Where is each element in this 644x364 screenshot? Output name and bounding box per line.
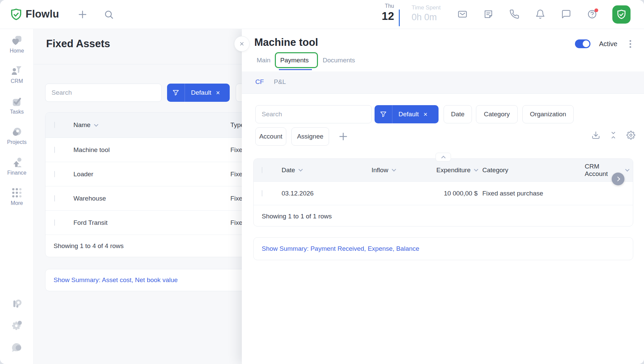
download-icon[interactable] [591,131,600,140]
phone-icon[interactable] [509,9,519,19]
payments-tab-highlight-annotation [275,52,318,68]
help-icon[interactable] [587,9,597,19]
table-row[interactable]: Machine tool Fixed [45,138,249,162]
filter-category-button[interactable]: Category [476,105,518,123]
row-checkbox[interactable] [262,190,262,196]
topbar-icon-group [457,9,597,19]
assets-table: Name Type Machine tool Fixed Loader Fixe… [45,112,249,257]
sidebar-item-crm[interactable]: CRM [0,65,34,84]
filter-date-button[interactable]: Date [444,105,472,123]
bell-icon[interactable] [535,9,545,19]
page-title: Fixed Assets [46,38,110,50]
filter-assignee-button[interactable]: Assignee [291,127,329,146]
table-row[interactable]: Ford Transit Fixed [45,211,249,235]
assets-filter-default-button[interactable]: Default × [167,84,230,102]
row-checkbox-cell [254,190,274,196]
subtab-band: CF P&L [242,71,644,94]
chevron-down-icon [625,167,629,171]
show-summary-link[interactable]: Show Summary: Asset cost, Net book value [54,276,178,284]
table-row[interactable]: Warehouse Fixed [45,186,249,211]
asset-name[interactable]: Ford Transit [66,219,230,226]
sidebar-item-label: Projects [7,139,27,145]
mail-icon[interactable] [457,9,468,19]
add-filter-plus-icon[interactable] [338,131,348,142]
row-checkbox[interactable] [54,171,55,177]
weekday-label: Thu [367,3,394,9]
column-header-name[interactable]: Name [66,121,230,129]
column-header-date[interactable]: Date [274,166,365,174]
app-window: Flowlu Thu 12 Time Spent 0h 0m [0,0,644,364]
row-checkbox[interactable] [54,219,55,226]
crm-icon [11,65,23,77]
filter-organization-button[interactable]: Organization [522,105,574,123]
collapse-icon[interactable] [609,131,618,140]
calendar-date[interactable]: Thu 12 [367,3,394,23]
table-pagination-status: Showing 1 to 1 of 1 rows [254,205,633,226]
subtab-pl[interactable]: P&L [274,78,286,86]
payment-category: Fixed asset purchase [478,190,582,197]
finance-icon [11,156,23,169]
top-bar: Flowlu Thu 12 Time Spent 0h 0m [0,0,644,29]
sidebar-item-finance[interactable]: Finance [0,156,34,176]
payment-date[interactable]: 03.12.2026 [274,190,365,197]
table-collapse-tab[interactable] [436,153,451,161]
table-pagination-status: Showing 1 to 4 of 4 rows [45,235,249,257]
row-checkbox-cell [45,195,66,202]
filter-label: Default [185,89,216,96]
status-label: Active [599,40,617,48]
column-header-crm-account[interactable]: CRM Account [582,163,633,178]
time-tracker[interactable]: Time Spent 0h 0m [412,4,441,23]
show-summary-link[interactable]: Show Summary: Payment Received, Expense,… [262,245,419,252]
sidebar: Home CRM Tasks Projects Finance [0,29,34,364]
sidebar-item-more[interactable]: More [0,187,34,206]
toggle-knob [583,40,589,47]
tab-documents[interactable]: Documents [323,57,355,64]
chevron-down-icon [298,167,303,172]
select-all-checkbox[interactable] [262,167,262,173]
column-header-inflow[interactable]: Inflow [365,166,425,174]
flowlu-logo-icon[interactable] [9,8,23,21]
scroll-right-button[interactable] [612,173,624,185]
app-shield-icon[interactable] [612,5,631,24]
column-header-expenditure[interactable]: Expenditure [425,166,478,174]
select-all-checkbox[interactable] [54,122,55,128]
asset-name[interactable]: Loader [66,171,230,178]
row-checkbox-cell [45,220,66,226]
close-panel-button[interactable] [234,36,250,52]
settings-icon[interactable] [0,319,34,333]
subtab-cf[interactable]: CF [255,78,264,86]
asset-name[interactable]: Warehouse [66,195,230,202]
sidebar-item-tasks[interactable]: Tasks [0,95,34,115]
chevron-up-icon [441,156,446,160]
payments-table: Date Inflow Expenditure Category [253,158,633,226]
apps-icon[interactable] [0,297,34,311]
column-header-category[interactable]: Category [478,166,582,174]
row-checkbox[interactable] [54,195,55,202]
table-row[interactable]: 03.12.2026 10 000,00 $ Fixed asset purch… [254,182,633,205]
payments-filter-default-button[interactable]: Default × [375,105,439,123]
gear-icon[interactable] [626,131,635,140]
messenger-icon[interactable] [0,341,34,355]
table-row[interactable]: Loader Fixed [45,162,249,186]
global-search-icon[interactable] [104,9,114,20]
row-checkbox[interactable] [54,147,55,153]
clear-filter-icon[interactable]: × [423,111,433,118]
asset-name[interactable]: Machine tool [66,146,230,154]
active-toggle[interactable] [575,39,590,48]
sidebar-item-home[interactable]: Home [0,34,34,54]
clear-filter-icon[interactable]: × [216,89,226,96]
notification-dot [594,8,598,12]
detail-header-actions: Active [575,36,635,52]
tab-main[interactable]: Main [257,57,270,64]
create-plus-icon[interactable] [77,9,88,20]
payments-search-input[interactable] [255,105,372,123]
notes-icon[interactable] [483,9,493,19]
brand-name[interactable]: Flowlu [26,8,59,20]
filter-account-button[interactable]: Account [255,127,286,146]
row-checkbox-cell [45,147,66,153]
sidebar-item-projects[interactable]: Projects [0,126,34,145]
kebab-menu-icon[interactable] [626,39,635,49]
chat-icon[interactable] [561,9,571,19]
assets-search-input[interactable] [45,84,162,102]
sidebar-item-label: CRM [11,78,23,84]
